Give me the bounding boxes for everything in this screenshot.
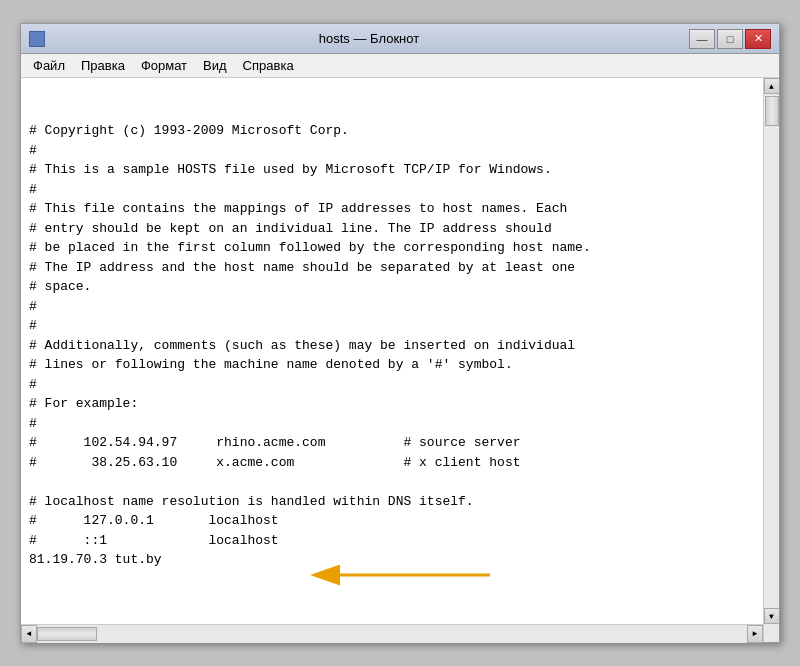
text-line: # 38.25.63.10 x.acme.com # x client host bbox=[29, 453, 755, 473]
text-line: # bbox=[29, 180, 755, 200]
text-line: # ::1 localhost bbox=[29, 531, 755, 551]
text-line: # localhost name resolution is handled w… bbox=[29, 492, 755, 512]
scrollbar-corner bbox=[763, 624, 779, 642]
scroll-right-button[interactable]: ► bbox=[747, 625, 763, 643]
window-controls: — □ ✕ bbox=[689, 29, 771, 49]
text-line: # be placed in the first column followed… bbox=[29, 238, 755, 258]
text-line: 81.19.70.3 tut.by bbox=[29, 550, 755, 570]
text-line: # Copyright (c) 1993-2009 Microsoft Corp… bbox=[29, 121, 755, 141]
menu-bar: ФайлПравкаФорматВидСправка bbox=[21, 54, 779, 78]
text-line: # 102.54.94.97 rhino.acme.com # source s… bbox=[29, 433, 755, 453]
horizontal-scrollbar[interactable]: ◄ ► bbox=[21, 624, 763, 642]
maximize-button[interactable]: □ bbox=[717, 29, 743, 49]
text-line: # bbox=[29, 297, 755, 317]
close-button[interactable]: ✕ bbox=[745, 29, 771, 49]
scroll-thumb-vertical[interactable] bbox=[765, 96, 779, 126]
scroll-track-vertical bbox=[764, 128, 780, 608]
text-line: # space. bbox=[29, 277, 755, 297]
text-line: # This file contains the mappings of IP … bbox=[29, 199, 755, 219]
app-icon bbox=[29, 31, 45, 47]
scroll-left-button[interactable]: ◄ bbox=[21, 625, 37, 643]
text-content[interactable]: # Copyright (c) 1993-2009 Microsoft Corp… bbox=[21, 78, 763, 624]
text-line: # bbox=[29, 414, 755, 434]
scroll-track-horizontal bbox=[37, 625, 747, 643]
main-window: hosts — Блокнот — □ ✕ ФайлПравкаФорматВи… bbox=[20, 23, 780, 643]
text-line: # The IP address and the host name shoul… bbox=[29, 258, 755, 278]
title-bar: hosts — Блокнот — □ ✕ bbox=[21, 24, 779, 54]
menu-item-правка[interactable]: Правка bbox=[73, 56, 133, 75]
text-line: # 127.0.0.1 localhost bbox=[29, 511, 755, 531]
text-line: # bbox=[29, 316, 755, 336]
scroll-thumb-horizontal[interactable] bbox=[37, 627, 97, 641]
text-line: # Additionally, comments (such as these)… bbox=[29, 336, 755, 356]
text-line: # lines or following the machine name de… bbox=[29, 355, 755, 375]
text-line bbox=[29, 472, 755, 492]
window-title: hosts — Блокнот bbox=[49, 31, 689, 46]
minimize-button[interactable]: — bbox=[689, 29, 715, 49]
menu-item-справка[interactable]: Справка bbox=[235, 56, 302, 75]
text-line: # For example: bbox=[29, 394, 755, 414]
menu-item-вид[interactable]: Вид bbox=[195, 56, 235, 75]
text-line: # bbox=[29, 141, 755, 161]
scroll-up-button[interactable]: ▲ bbox=[764, 78, 780, 94]
text-line: # entry should be kept on an individual … bbox=[29, 219, 755, 239]
text-line: # bbox=[29, 375, 755, 395]
menu-item-файл[interactable]: Файл bbox=[25, 56, 73, 75]
text-line: # This is a sample HOSTS file used by Mi… bbox=[29, 160, 755, 180]
scroll-down-button[interactable]: ▼ bbox=[764, 608, 780, 624]
vertical-scrollbar[interactable]: ▲ ▼ bbox=[763, 78, 779, 624]
menu-item-формат[interactable]: Формат bbox=[133, 56, 195, 75]
bottom-bar: ◄ ► bbox=[21, 624, 779, 642]
